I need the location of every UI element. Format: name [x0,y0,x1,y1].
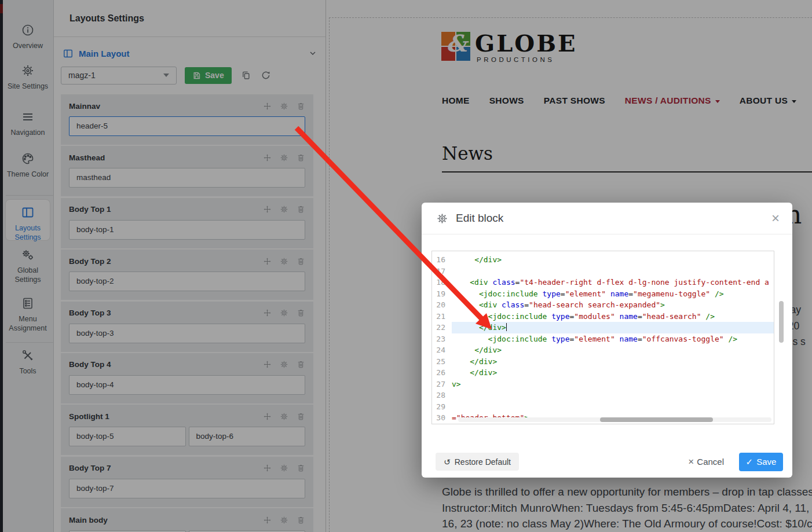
editor-hscrollbar [458,417,771,422]
cancel-x-icon: × [688,456,694,468]
line-number: 22 [432,322,452,333]
modal-title: Edit block [456,212,503,225]
text-cursor [506,323,507,331]
modal-header: Edit block × [422,203,792,234]
cancel-button[interactable]: × Cancel [688,456,724,468]
code-line-21[interactable]: 21<jdoc:include type="modules" name="hea… [432,311,774,322]
line-number: 30 [432,412,452,424]
line-number: 16 [432,254,452,266]
line-number: 19 [432,288,452,300]
code-line-27[interactable]: 27v> [432,379,774,390]
code-line-20[interactable]: 20<div class="head-search search-expande… [432,299,774,311]
close-icon[interactable]: × [771,212,780,224]
code-line-18[interactable]: 18<div class="t4-header-right d-flex d-l… [432,277,774,288]
line-number: 24 [432,344,452,356]
code-line-19[interactable]: 19<jdoc:include type="element" name="meg… [432,288,774,300]
code-line-26[interactable]: 26</div> [432,367,774,379]
code-line-25[interactable]: 25</div> [432,356,774,368]
code-line-28[interactable]: 28 [432,390,774,401]
code-line-16[interactable]: 16</div> [432,254,774,266]
line-number: 18 [432,277,452,288]
code-editor[interactable]: 16</div>1718<div class="t4-header-right … [431,251,774,424]
line-number: 21 [432,311,452,322]
code-line-22[interactable]: 22</div> [432,322,774,333]
check-icon: ✓ [746,457,754,467]
code-line-24[interactable]: 24</div> [432,344,774,356]
line-number: 27 [432,379,452,390]
line-number: 20 [432,299,452,311]
line-number: 29 [432,401,452,413]
code-line-29[interactable]: 29 [432,401,774,413]
modal-vscrollbar-thumb[interactable] [779,301,784,343]
gear-icon [436,212,448,225]
line-number: 28 [432,390,452,401]
modal-save-button[interactable]: ✓ Save [739,453,783,471]
line-number: 23 [432,333,452,345]
code-line-17[interactable]: 17 [432,266,774,277]
editor-hscrollbar-thumb[interactable] [600,417,713,422]
edit-block-modal: Edit block × 16</div>1718<div class="t4-… [422,203,792,478]
restore-default-button[interactable]: ↺ Restore Default [436,453,519,471]
app-root: OverviewSite SettingsNavigationTheme Col… [0,0,812,532]
code-lines: 16</div>1718<div class="t4-header-right … [432,254,774,424]
line-number: 17 [432,266,452,277]
line-number: 25 [432,356,452,368]
restore-icon: ↺ [444,457,451,467]
line-number: 26 [432,367,452,379]
modal-footer: ↺ Restore Default × Cancel ✓ Save [422,446,792,478]
code-line-23[interactable]: 23<jdoc:include type="element" name="off… [432,333,774,345]
